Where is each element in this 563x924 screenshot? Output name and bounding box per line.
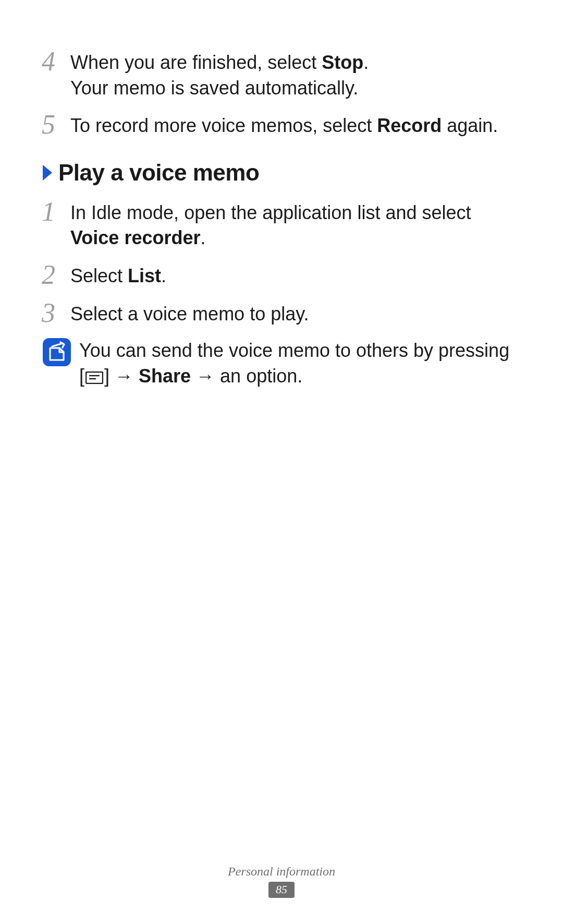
manual-page: 4 When you are finished, select Stop. Yo… [0, 0, 563, 924]
svg-rect-2 [86, 372, 103, 383]
note-icon [42, 336, 74, 367]
step-line: To record more voice memos, select Recor… [70, 115, 498, 136]
svg-rect-1 [43, 338, 71, 366]
step-number: 3 [42, 298, 70, 327]
step-number: 1 [42, 197, 70, 225]
step-line: Select a voice memo to play. [70, 303, 309, 325]
step-body: Select List. [70, 260, 521, 289]
step-4: 4 When you are finished, select Stop. Yo… [42, 47, 521, 101]
menu-key-icon [85, 365, 103, 391]
section-heading: Play a voice memo [42, 160, 521, 186]
play-step-1: 1 In Idle mode, open the application lis… [42, 197, 521, 251]
step-body: To record more voice memos, select Recor… [70, 110, 521, 139]
note-block: You can send the voice memo to others by… [42, 336, 521, 390]
step-line: In Idle mode, open the application list … [70, 202, 471, 249]
step-line: Select List. [70, 265, 166, 286]
note-line: [] → Share → an option. [79, 365, 302, 387]
page-footer: Personal information 85 [0, 865, 563, 898]
step-line: When you are finished, select Stop. [70, 52, 369, 73]
step-body: Select a voice memo to play. [70, 298, 521, 327]
step-number: 2 [42, 260, 70, 289]
play-step-3: 3 Select a voice memo to play. [42, 298, 521, 327]
footer-chapter-label: Personal information [0, 865, 563, 879]
note-body: You can send the voice memo to others by… [74, 336, 521, 390]
note-line: You can send the voice memo to others by… [79, 340, 509, 361]
section-play-voice-memo: Play a voice memo 1 In Idle mode, open t… [42, 160, 521, 391]
step-number: 4 [42, 47, 70, 75]
page-number: 85 [268, 882, 295, 898]
section-title: Play a voice memo [58, 160, 259, 186]
step-number: 5 [42, 110, 70, 138]
step-body: When you are finished, select Stop. Your… [70, 47, 521, 101]
play-step-2: 2 Select List. [42, 260, 521, 289]
chevron-right-icon [42, 163, 58, 182]
step-5: 5 To record more voice memos, select Rec… [42, 110, 521, 139]
svg-marker-0 [43, 165, 52, 181]
step-line: Your memo is saved automatically. [70, 77, 358, 99]
step-body: In Idle mode, open the application list … [70, 197, 521, 251]
